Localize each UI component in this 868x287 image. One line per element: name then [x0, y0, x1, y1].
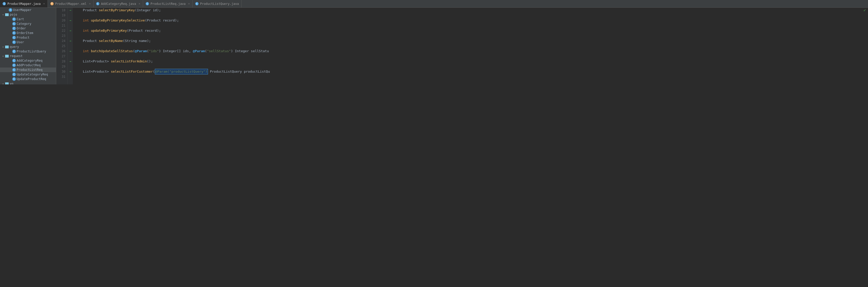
tree-item-label: ProductListQuery [17, 50, 46, 53]
code-line-26: int batchUpdateSellStatus(@Param("ids") … [75, 49, 868, 54]
code-line-28: List<Product> selectListForAdmin(); [75, 59, 868, 64]
tab-product-mapper-xml[interactable]: XProductMapper.xml× [48, 0, 94, 7]
sidebar-item-update-product-req[interactable]: CUpdateProductReq [0, 77, 56, 81]
tab-label: AddCategoryReq.java [101, 2, 136, 6]
sidebar-item-query[interactable]: ▾query [0, 45, 56, 49]
folder-icon [5, 46, 9, 48]
gutter-arrow-28: → [68, 59, 73, 64]
line-number-21: 21 [56, 23, 65, 28]
tree-item-label: AddProductReq [17, 63, 41, 67]
class-badge: C [12, 27, 16, 30]
gutter-arrow-20: → [68, 18, 73, 23]
tree-item-label: ProductListReq [17, 68, 42, 71]
gutter-arrow-19 [68, 13, 73, 18]
class-icon: C [195, 2, 198, 5]
tree-arrow-icon: ▾ [1, 13, 5, 16]
code-line-22: int updateByPrimaryKey(Product record); [75, 28, 868, 33]
code-lines: Product selectByPrimaryKey(Integer id); … [73, 8, 868, 84]
line-number-26: 26 [56, 49, 65, 54]
code-line-27 [75, 54, 868, 59]
tree-arrow-icon: ▾ [1, 55, 5, 58]
sidebar-item-product-list-query[interactable]: CProductListQuery [0, 49, 56, 54]
code-line-21 [75, 23, 868, 28]
code-line-31 [75, 74, 868, 79]
class-icon: C [146, 2, 149, 5]
tab-bar: IProductMapper.java×XProductMapper.xml×C… [0, 0, 868, 8]
main-content: IUserMapper▾pojoCCartCCategoryCOrderCOrd… [0, 8, 868, 84]
line-number-28: 28 [56, 59, 65, 64]
class-badge: C [12, 36, 16, 39]
gutter-arrow-29 [68, 64, 73, 69]
class-badge: C [12, 63, 16, 67]
tab-product-list-req-java[interactable]: CProductListReq.java× [143, 0, 193, 7]
tree-item-label: pojo [10, 13, 17, 17]
tab-product-list-query-java[interactable]: CProductListQuery.java [193, 0, 242, 7]
sidebar-item-request[interactable]: ▾request [0, 54, 56, 58]
code-line-25 [75, 44, 868, 49]
code-line-18: Product selectByPrimaryKey(Integer id); [75, 8, 868, 13]
tab-close-button[interactable]: × [43, 2, 45, 5]
tree-item-label: UpdateCategoryReq [17, 73, 48, 76]
tree-item-label: Product [17, 36, 30, 39]
line-number-22: 22 [56, 28, 65, 33]
line-number-20: 20 [56, 18, 65, 23]
line-numbers: 1819202122232425262728293031 [56, 8, 68, 84]
tree-item-label: UserMapper [13, 8, 31, 12]
sidebar-item-add-product-req[interactable]: CAddProductReq [0, 63, 56, 67]
sidebar-item-user[interactable]: CUser [0, 40, 56, 45]
tab-label: ProductMapper.xml [55, 2, 87, 6]
code-area[interactable]: 1819202122232425262728293031 →→→→→→→ Pro… [56, 8, 868, 84]
tree-item-label: vo [10, 82, 13, 84]
tree-item-label: request [10, 54, 23, 58]
sidebar-item-order[interactable]: COrder [0, 26, 56, 31]
line-number-18: 18 [56, 8, 65, 13]
sidebar-item-category[interactable]: CCategory [0, 22, 56, 26]
class-badge: C [12, 40, 16, 44]
tree-arrow-icon: ▾ [1, 46, 5, 48]
code-line-23 [75, 33, 868, 38]
folder-icon [5, 55, 9, 58]
tab-label: ProductMapper.java [7, 2, 41, 6]
sidebar-item-product[interactable]: CProduct [0, 35, 56, 40]
sidebar-item-update-category-req[interactable]: CUpdateCategoryReq [0, 72, 56, 77]
sidebar-item-add-category-req[interactable]: CAddCategoryReq [0, 58, 56, 63]
sidebar-item-pojo[interactable]: ▾pojo [0, 12, 56, 17]
class-badge: C [12, 50, 16, 53]
sidebar-item-orderitem[interactable]: COrderItem [0, 31, 56, 35]
checkmark-icon: ✓ [863, 8, 866, 12]
tab-product-mapper-java[interactable]: IProductMapper.java× [0, 0, 48, 7]
sidebar-item-vo[interactable]: ▾vo [0, 81, 56, 84]
line-number-30: 30 [56, 69, 65, 74]
line-number-19: 19 [56, 13, 65, 18]
sidebar-item-cart[interactable]: CCart [0, 17, 56, 22]
class-badge: C [12, 68, 16, 71]
xml-icon: X [50, 2, 54, 5]
tab-close-button[interactable]: × [188, 2, 190, 5]
sidebar: IUserMapper▾pojoCCartCCategoryCOrderCOrd… [0, 8, 56, 84]
tab-label: ProductListReq.java [151, 2, 186, 6]
class-badge: C [12, 73, 16, 76]
gutter-arrow-27 [68, 54, 73, 59]
sidebar-item-product-list-req[interactable]: CProductListReq [0, 67, 56, 72]
arrow-gutter: →→→→→→→ [68, 8, 73, 84]
line-number-27: 27 [56, 54, 65, 59]
line-number-23: 23 [56, 33, 65, 38]
tab-close-button[interactable]: × [89, 2, 91, 5]
class-badge: C [12, 31, 16, 35]
line-number-29: 29 [56, 64, 65, 69]
code-line-19 [75, 13, 868, 18]
line-number-24: 24 [56, 38, 65, 44]
class-badge: C [12, 18, 16, 21]
sidebar-item-user-mapper[interactable]: IUserMapper [0, 8, 56, 12]
tree-arrow-icon: ▾ [1, 82, 5, 85]
gutter-arrow-24: → [68, 38, 73, 44]
tab-close-button[interactable]: × [138, 2, 140, 5]
tree-item-label: AddCategoryReq [17, 59, 42, 62]
code-container: 1819202122232425262728293031 →→→→→→→ Pro… [56, 8, 868, 84]
line-number-25: 25 [56, 44, 65, 49]
tab-add-category-req-java[interactable]: CAddCategoryReq.java× [94, 0, 143, 7]
code-line-30: List<Product> selectListForCustomer(@Par… [75, 69, 868, 74]
class-icon: C [96, 2, 99, 5]
gutter-arrow-18: → [68, 8, 73, 13]
tab-label: ProductListQuery.java [200, 2, 239, 6]
